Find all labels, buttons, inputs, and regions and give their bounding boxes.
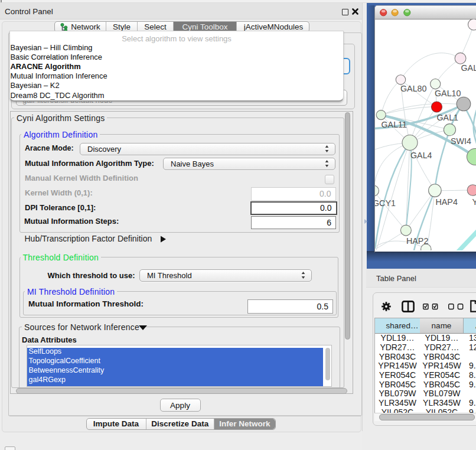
- svg-text:Y: Y: [472, 197, 476, 207]
- svg-text:GAL2: GAL2: [461, 63, 476, 73]
- svg-text:HAP4: HAP4: [436, 197, 458, 207]
- svg-text:GAL11: GAL11: [382, 120, 407, 129]
- svg-text:HAP2: HAP2: [406, 236, 428, 246]
- svg-text:GCY1: GCY1: [375, 198, 396, 208]
- svg-text:GAL80: GAL80: [400, 84, 427, 93]
- svg-text:GAL4: GAL4: [410, 151, 432, 160]
- svg-text:SWI4: SWI4: [451, 136, 471, 146]
- svg-text:GAL1: GAL1: [437, 113, 459, 122]
- svg-text:GAL10: GAL10: [435, 89, 461, 98]
